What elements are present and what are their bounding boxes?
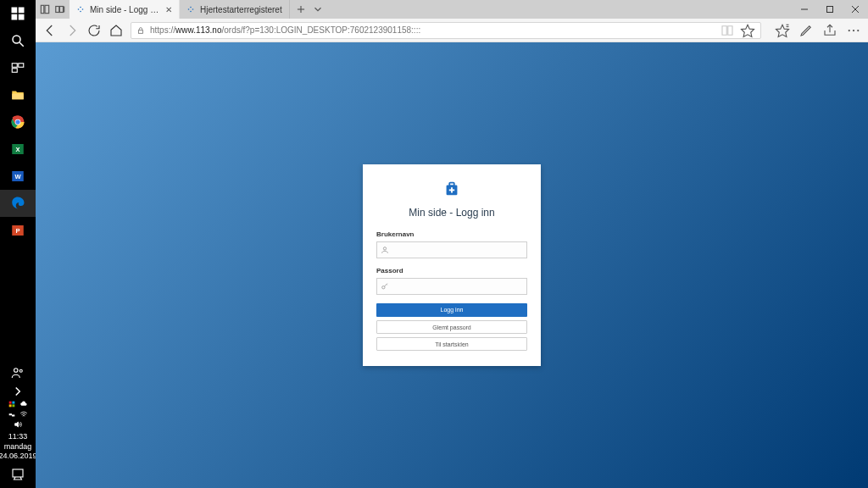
svg-point-62 — [382, 286, 385, 288]
tab-close-icon[interactable]: ✕ — [165, 5, 172, 14]
svg-text:W: W — [14, 173, 21, 180]
svg-point-54 — [849, 29, 850, 30]
tab-strip: Min side - Logg inn ✕ Hjertestarterregis… — [70, 0, 290, 19]
svg-rect-29 — [13, 469, 23, 477]
svg-rect-33 — [59, 7, 63, 13]
username-label: Brukernavn — [376, 230, 527, 238]
tab-actions-button[interactable] — [312, 3, 324, 15]
new-tab-button[interactable] — [295, 3, 307, 15]
tab-2[interactable]: Hjertestarterregisteret — [180, 0, 290, 19]
login-card: Min side - Logg inn Brukernavn Passord L… — [363, 164, 541, 366]
svg-rect-9 — [12, 94, 24, 100]
svg-rect-24 — [9, 405, 12, 408]
password-label: Passord — [376, 267, 527, 274]
people-button[interactable] — [0, 363, 36, 383]
svg-rect-32 — [56, 7, 59, 13]
favicon-icon — [76, 5, 85, 14]
wifi-icon[interactable] — [19, 410, 28, 419]
volume-icon[interactable] — [14, 420, 22, 429]
svg-point-41 — [192, 8, 194, 10]
excel-button[interactable]: X — [0, 136, 36, 163]
tray-expand-button[interactable] — [0, 383, 36, 400]
powerpoint-button[interactable]: P — [0, 217, 36, 244]
forward-button[interactable] — [64, 23, 80, 38]
svg-point-40 — [190, 7, 192, 8]
edge-button[interactable] — [0, 190, 36, 217]
svg-point-39 — [188, 8, 190, 10]
refresh-button[interactable] — [86, 23, 102, 38]
svg-point-36 — [80, 7, 81, 8]
svg-text:P: P — [15, 227, 19, 235]
svg-point-61 — [383, 247, 386, 249]
system-tray — [8, 400, 28, 429]
network-icon[interactable] — [8, 410, 16, 419]
share-icon[interactable] — [822, 23, 837, 38]
to-home-button[interactable]: Til startsiden — [376, 337, 527, 351]
windows-taskbar: X W P — [0, 0, 36, 488]
favorite-star-icon[interactable] — [740, 23, 755, 38]
url-text: https://www.113.no/ords/f?p=130:LOGIN_DE… — [150, 25, 715, 35]
password-input[interactable] — [376, 278, 527, 295]
titlebar: Min side - Logg inn ✕ Hjertestarterregis… — [36, 0, 868, 19]
forgot-password-button[interactable]: Glemt passord — [376, 320, 527, 334]
svg-rect-25 — [12, 405, 14, 408]
svg-rect-49 — [139, 30, 143, 33]
svg-marker-50 — [742, 25, 754, 36]
maximize-button[interactable] — [817, 0, 843, 19]
login-button[interactable]: Logg inn — [376, 303, 527, 317]
svg-point-42 — [190, 11, 192, 13]
svg-rect-3 — [19, 14, 25, 20]
svg-rect-58 — [449, 183, 454, 186]
back-button[interactable] — [42, 23, 58, 38]
svg-rect-31 — [45, 5, 49, 13]
search-button[interactable] — [0, 27, 36, 54]
word-button[interactable]: W — [0, 163, 36, 190]
svg-point-13 — [15, 119, 19, 124]
svg-text:X: X — [15, 146, 19, 153]
url-field[interactable]: https://www.113.no/ords/f?p=130:LOGIN_DE… — [131, 22, 761, 39]
username-input[interactable] — [376, 241, 527, 258]
svg-rect-26 — [9, 413, 12, 415]
start-button[interactable] — [0, 0, 36, 27]
svg-point-37 — [82, 8, 84, 10]
browser-window: Min side - Logg inn ✕ Hjertestarterregis… — [36, 0, 868, 488]
key-icon — [381, 282, 389, 291]
lock-icon — [136, 26, 145, 35]
tab-1[interactable]: Min side - Logg inn ✕ — [70, 0, 180, 19]
svg-point-35 — [78, 8, 80, 10]
taskbar-clock[interactable]: 11:33 mandag 24.06.2019 — [0, 429, 37, 464]
svg-rect-0 — [12, 8, 18, 14]
svg-point-38 — [80, 11, 81, 13]
notes-icon[interactable] — [798, 23, 814, 38]
action-center-button[interactable] — [0, 464, 36, 485]
svg-marker-28 — [15, 422, 19, 427]
show-tabs-icon[interactable] — [54, 3, 66, 15]
favicon-icon — [186, 5, 195, 14]
clock-day: mandag — [0, 442, 37, 452]
address-bar: https://www.113.no/ords/f?p=130:LOGIN_DE… — [36, 19, 868, 42]
svg-point-21 — [19, 370, 22, 373]
svg-rect-6 — [12, 64, 17, 68]
tabs-aside-icon[interactable] — [39, 3, 51, 15]
settings-more-icon[interactable] — [846, 23, 861, 38]
reading-view-icon[interactable] — [720, 23, 735, 38]
tab-title: Min side - Logg inn — [90, 5, 160, 14]
minimize-button[interactable] — [792, 0, 817, 19]
clock-date: 24.06.2019 — [0, 452, 37, 461]
file-explorer-button[interactable] — [0, 81, 36, 108]
svg-rect-46 — [827, 7, 833, 13]
chrome-button[interactable] — [0, 108, 36, 136]
svg-rect-1 — [19, 8, 25, 14]
clock-time: 11:33 — [0, 432, 37, 441]
favorites-list-icon[interactable] — [775, 23, 790, 38]
onedrive-icon[interactable] — [19, 400, 28, 408]
tray-icon-1[interactable] — [8, 400, 16, 408]
close-button[interactable] — [843, 0, 868, 19]
svg-point-4 — [13, 36, 20, 43]
app-logo-icon — [376, 180, 527, 198]
tab-title: Hjertestarterregisteret — [200, 5, 282, 14]
svg-point-56 — [857, 29, 859, 30]
svg-rect-8 — [12, 69, 17, 73]
home-button[interactable] — [108, 23, 124, 38]
task-view-button[interactable] — [0, 54, 36, 81]
